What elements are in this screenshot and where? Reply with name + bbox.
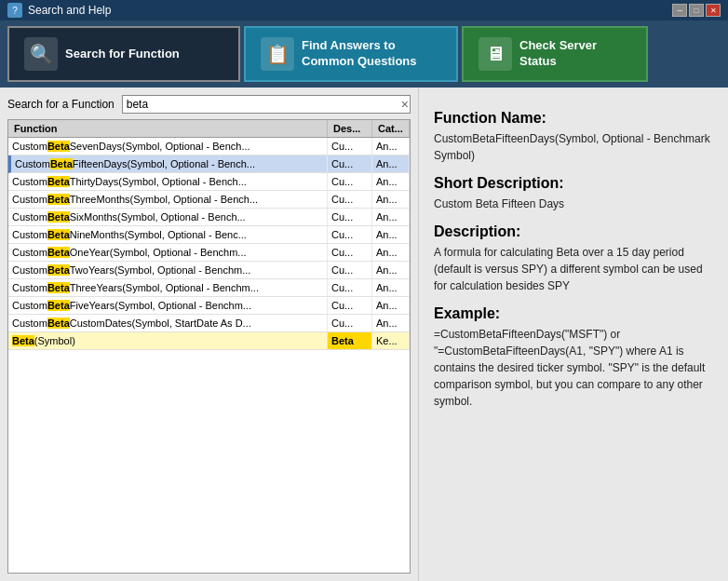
app-icon: ? bbox=[7, 3, 22, 18]
func-suffix: FifteenDays(Symbol, Optional - Bench... bbox=[73, 158, 255, 169]
desc-cell: Cu... bbox=[328, 315, 372, 331]
right-panel: Function Name: CustomBetaFifteenDays(Sym… bbox=[419, 88, 728, 581]
func-cell: CustomBetaOneYear(Symbol, Optional - Ben… bbox=[8, 244, 328, 261]
table-row[interactable]: CustomBetaSixMonths(Symbol, Optional - B… bbox=[8, 209, 410, 226]
search-function-icon: 🔍 bbox=[24, 37, 58, 71]
func-highlight: Beta bbox=[47, 141, 70, 152]
func-suffix: FiveYears(Symbol, Optional - Benchm... bbox=[70, 300, 251, 311]
func-suffix: TwoYears(Symbol, Optional - Benchm... bbox=[70, 264, 251, 276]
search-function-button[interactable]: 🔍 Search for Function bbox=[7, 26, 240, 82]
table-row[interactable]: CustomBetaTwoYears(Symbol, Optional - Be… bbox=[8, 262, 410, 279]
func-highlight: Beta bbox=[47, 318, 70, 329]
desc-cell: Beta bbox=[328, 332, 372, 349]
title-bar: ? Search and Help ─ □ ✕ bbox=[0, 0, 728, 20]
results-table[interactable]: Function Des... Cat... CustomBetaSevenDa… bbox=[7, 119, 411, 574]
table-row[interactable]: CustomBetaCustomDates(Symbol, StartDate … bbox=[8, 315, 410, 332]
minimize-button[interactable]: ─ bbox=[672, 4, 687, 17]
func-suffix: SevenDays(Symbol, Optional - Bench... bbox=[70, 141, 250, 152]
func-suffix: ThirtyDays(Symbol, Optional - Bench... bbox=[70, 176, 247, 187]
table-row[interactable]: CustomBetaSevenDays(Symbol, Optional - B… bbox=[8, 138, 410, 155]
cat-cell: An... bbox=[372, 226, 410, 243]
table-row[interactable]: CustomBetaThreeMonths(Symbol, Optional -… bbox=[8, 191, 410, 209]
cat-cell: An... bbox=[372, 191, 410, 208]
title-bar-left: ? Search and Help bbox=[7, 3, 111, 18]
func-prefix: Custom bbox=[12, 211, 47, 223]
func-highlight: Beta bbox=[47, 282, 70, 293]
func-highlight: Beta bbox=[47, 229, 70, 240]
func-prefix: Custom bbox=[12, 318, 47, 329]
func-cell: Beta(Symbol) bbox=[8, 332, 328, 349]
table-row[interactable]: CustomBetaThreeYears(Symbol, Optional - … bbox=[8, 279, 410, 297]
cat-cell: An... bbox=[372, 279, 410, 296]
desc-cell: Cu... bbox=[328, 209, 372, 225]
check-server-icon: 🖥 bbox=[479, 37, 512, 71]
cat-cell: Ke... bbox=[372, 332, 410, 349]
func-cell: CustomBetaThreeYears(Symbol, Optional - … bbox=[8, 279, 328, 296]
search-function-label: Search for Function bbox=[65, 47, 180, 62]
desc-cell: Cu... bbox=[328, 244, 372, 261]
func-cell: CustomBetaCustomDates(Symbol, StartDate … bbox=[8, 315, 328, 331]
func-suffix: CustomDates(Symbol, StartDate As D... bbox=[70, 318, 251, 329]
table-row[interactable]: CustomBetaFifteenDays(Symbol, Optional -… bbox=[8, 155, 410, 173]
func-suffix: SixMonths(Symbol, Optional - Bench... bbox=[70, 211, 246, 223]
func-suffix: NineMonths(Symbol, Optional - Benc... bbox=[70, 229, 247, 240]
desc-cell: Cu... bbox=[328, 155, 372, 172]
maximize-button[interactable]: □ bbox=[689, 4, 704, 17]
cat-cell: An... bbox=[372, 138, 410, 155]
func-highlight: Beta bbox=[12, 335, 34, 346]
desc-cell: Cu... bbox=[328, 262, 372, 278]
find-answers-label: Find Answers toCommon Questions bbox=[302, 38, 417, 70]
table-row[interactable]: CustomBetaNineMonths(Symbol, Optional - … bbox=[8, 226, 410, 244]
func-suffix: (Symbol) bbox=[34, 335, 75, 346]
search-row: Search for a Function × bbox=[7, 95, 411, 114]
col-function: Function bbox=[8, 120, 328, 137]
check-server-label: Check Server Status bbox=[519, 38, 631, 70]
col-desc: Des... bbox=[328, 120, 372, 137]
short-desc-value: Custom Beta Fifteen Days bbox=[434, 196, 713, 212]
table-header: Function Des... Cat... bbox=[8, 120, 410, 138]
func-highlight: Beta bbox=[50, 158, 73, 169]
desc-cell: Cu... bbox=[328, 173, 372, 190]
func-prefix: Custom bbox=[12, 176, 47, 187]
example-label: Example: bbox=[434, 305, 713, 322]
func-cell: CustomBetaFiveYears(Symbol, Optional - B… bbox=[8, 297, 328, 314]
table-row[interactable]: Beta(Symbol) Beta Ke... bbox=[8, 332, 410, 350]
func-suffix: OneYear(Symbol, Optional - Benchm... bbox=[70, 247, 247, 258]
close-button[interactable]: ✕ bbox=[706, 4, 721, 17]
description-label: Description: bbox=[434, 223, 713, 240]
func-prefix: Custom bbox=[12, 300, 47, 311]
table-row[interactable]: CustomBetaFiveYears(Symbol, Optional - B… bbox=[8, 297, 410, 315]
func-prefix: Custom bbox=[12, 229, 47, 240]
example-value: =CustomBetaFifteenDays("MSFT") or "=Cust… bbox=[434, 326, 713, 410]
top-button-bar: 🔍 Search for Function 📋 Find Answers toC… bbox=[0, 20, 728, 88]
find-answers-icon: 📋 bbox=[261, 37, 294, 71]
func-highlight: Beta bbox=[47, 176, 70, 187]
func-prefix: Custom bbox=[15, 158, 50, 169]
func-prefix: Custom bbox=[12, 141, 47, 152]
function-name-value: CustomBetaFifteenDays(Symbol, Optional -… bbox=[434, 130, 713, 164]
function-name-label: Function Name: bbox=[434, 110, 713, 127]
search-input-wrap: × bbox=[122, 95, 411, 114]
desc-cell: Cu... bbox=[328, 191, 372, 208]
func-highlight: Beta bbox=[47, 211, 70, 223]
description-value: A formula for calculating Beta over a 15… bbox=[434, 244, 713, 294]
desc-cell: Cu... bbox=[328, 297, 372, 314]
table-row[interactable]: CustomBetaThirtyDays(Symbol, Optional - … bbox=[8, 173, 410, 191]
func-cell: CustomBetaThirtyDays(Symbol, Optional - … bbox=[8, 173, 328, 190]
cat-cell: An... bbox=[372, 173, 410, 190]
check-server-button[interactable]: 🖥 Check Server Status bbox=[462, 26, 648, 82]
func-cell: CustomBetaTwoYears(Symbol, Optional - Be… bbox=[8, 262, 328, 278]
func-highlight: Beta bbox=[47, 194, 70, 205]
func-prefix: Custom bbox=[12, 264, 47, 276]
col-cat: Cat... bbox=[372, 120, 410, 137]
func-cell: CustomBetaNineMonths(Symbol, Optional - … bbox=[8, 226, 328, 243]
search-label: Search for a Function bbox=[7, 98, 115, 111]
find-answers-button[interactable]: 📋 Find Answers toCommon Questions bbox=[244, 26, 458, 82]
func-cell: CustomBetaThreeMonths(Symbol, Optional -… bbox=[8, 191, 328, 208]
func-cell: CustomBetaFifteenDays(Symbol, Optional -… bbox=[11, 155, 328, 172]
search-clear-button[interactable]: × bbox=[401, 98, 409, 111]
search-input[interactable] bbox=[122, 95, 411, 114]
table-row[interactable]: CustomBetaOneYear(Symbol, Optional - Ben… bbox=[8, 244, 410, 262]
func-suffix: ThreeYears(Symbol, Optional - Benchm... bbox=[70, 282, 259, 293]
func-prefix: Custom bbox=[12, 194, 47, 205]
